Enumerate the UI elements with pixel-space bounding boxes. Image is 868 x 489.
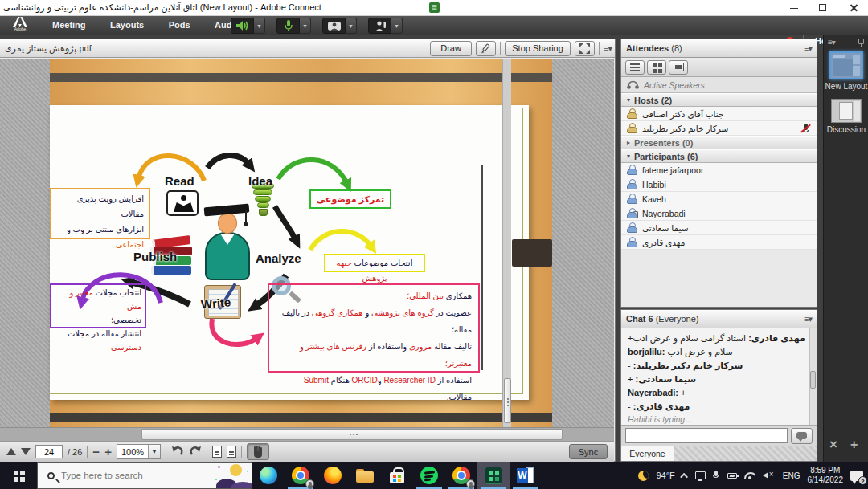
slide-canvas: Read Idea Analyze Publish Write افزایش ر… [50,105,529,400]
horizontal-scrollbar-thumb[interactable] [141,429,563,440]
hosts-section-header[interactable]: ▾ Hosts (2) [621,93,817,107]
chat-scrollbar[interactable] [809,328,817,425]
hidden-icons-chevron[interactable] [680,472,688,480]
chat-message-list[interactable]: مهدی قادری: استاد گرامی سلام و عرض ادب+ … [621,328,817,425]
stop-sharing-button[interactable]: Stop Sharing [505,41,571,56]
add-layout-icon[interactable]: + [850,438,858,452]
attendee-row-participant[interactable]: fateme jafarpoor [621,163,817,177]
next-page-button[interactable] [21,448,31,455]
attendee-row-participant[interactable]: Habibi [621,177,817,192]
minimize-button[interactable] [781,0,807,16]
list-view-button[interactable] [625,60,645,75]
layout-label-new-layout[interactable]: New Layout [824,82,868,91]
pan-tool-button[interactable] [247,443,269,460]
maximize-button[interactable] [810,0,836,16]
raise-hand-dropdown[interactable]: ▼ [391,18,403,34]
chat-input[interactable] [625,428,788,443]
card-view-button[interactable] [669,60,688,75]
previous-page-button[interactable] [6,448,16,455]
taskbar-adobe-connect[interactable] [477,462,510,489]
vertical-scrollbar-thumb[interactable] [504,378,511,423]
attendees-pod-menu-icon[interactable]: ≡▾ [804,43,812,54]
attendees-header: Attendees (8) ≡▾ [621,39,817,58]
close-layout-icon[interactable]: × [829,437,837,453]
taskbar-chrome-2[interactable] [445,462,477,489]
attendee-row-participant[interactable]: Nayerabadi [621,206,817,221]
draw-button[interactable]: Draw [430,41,472,56]
taskbar-clock[interactable]: 8:59 PM 6/14/2022 [808,466,844,485]
rotate-right-icon[interactable] [189,446,202,458]
zoom-out-button[interactable]: − [92,446,100,458]
taskbar-file-explorer[interactable] [349,462,381,489]
pin-icon[interactable] [858,39,864,44]
sync-button[interactable]: Sync [569,444,608,459]
wifi-tray-icon[interactable] [744,472,755,479]
participant-avatar [627,237,637,247]
microphone-tray-icon[interactable] [713,471,720,481]
close-button[interactable] [841,0,866,16]
notification-center-icon[interactable]: 2 [850,471,863,481]
volume-muted-icon[interactable]: × [763,471,776,480]
taskbar-firefox[interactable] [317,462,349,489]
fit-page-button[interactable] [212,446,222,458]
read-icon [166,190,199,216]
pencil-tool-button[interactable] [476,41,496,56]
attendee-row-participant[interactable]: سیما سعادتی [621,221,817,235]
menu-layouts[interactable]: Layouts [100,16,154,34]
taskbar-chrome[interactable] [285,462,317,489]
tab-everyone[interactable]: Everyone [621,446,674,461]
taskbar-search[interactable] [37,462,252,489]
taskbar-microsoft-store[interactable] [381,462,413,489]
idea-label: Idea [248,174,272,188]
webcam-dropdown[interactable]: ▼ [346,18,357,34]
speaker-dropdown[interactable]: ▼ [254,18,265,34]
presenters-section-header[interactable]: ▸ Presenters (0) [621,136,817,149]
layouts-menu-icon[interactable]: ≡▾ [828,38,835,47]
zoom-in-button[interactable]: + [104,446,112,458]
menu-meeting[interactable]: Meeting [42,16,96,34]
microphone-button[interactable] [276,18,300,34]
attendee-row-participant[interactable]: Kaveh [621,192,817,206]
weather-temperature[interactable]: 94°F [656,471,674,480]
taskbar-spotify[interactable] [413,462,445,489]
visibility-increase-box: افزایش رویت پذیری مقالات ابزارهای مبتنی … [50,188,150,239]
zoom-level-select[interactable]: 100% ▼ [117,444,161,459]
participant-avatar [627,165,637,175]
fullscreen-button[interactable] [575,41,595,56]
chat-title: Chat 6 [626,314,653,324]
speaker-button[interactable] [231,18,254,34]
chat-scrollbar-thumb[interactable] [810,371,816,389]
layout-label-discussion[interactable]: Discussion [824,125,868,134]
search-input[interactable] [61,471,215,480]
page-number-input[interactable] [35,445,63,458]
send-message-button[interactable] [791,428,813,444]
raise-hand-button[interactable] [368,18,391,34]
attendee-row-host[interactable]: جناب آقای دکتر اصنافی [621,107,817,121]
window-title: اتاق آنلاین مراسم-دانشکده علوم تربیتی و … [3,2,321,13]
attendee-name: Habibi [642,180,666,189]
taskbar-edge[interactable] [252,462,285,489]
attendee-row-host[interactable]: سرکار خانم دکتر نظربلند [621,121,817,136]
participants-section-header[interactable]: ▾ Participants (6) [621,149,817,163]
menu-pods[interactable]: Pods [158,16,201,34]
vertical-scrollbar[interactable] [502,59,511,427]
fit-width-button[interactable] [227,446,236,458]
microphone-dropdown[interactable]: ▼ [300,18,311,34]
battery-tray-icon[interactable] [727,473,737,479]
layout-thumbnail-discussion[interactable] [831,99,862,123]
display-tray-icon[interactable] [695,471,706,479]
attendee-row-participant[interactable]: مهدی قادری [621,235,817,250]
language-indicator[interactable]: ENG [783,471,800,480]
notification-badge: 2 [858,476,867,485]
weather-moon-icon[interactable] [638,471,649,481]
grid-view-button[interactable] [647,60,666,75]
chat-pod-menu-icon[interactable]: ≡▾ [804,314,812,324]
taskbar-word[interactable]: W [510,462,542,489]
layout-thumbnail-new-layout[interactable] [829,51,863,79]
horizontal-scrollbar[interactable] [0,427,614,441]
webcam-button[interactable] [322,18,346,34]
rotate-left-icon[interactable] [171,446,184,458]
start-button[interactable] [0,462,37,489]
share-pod-menu-icon[interactable]: ≡▾ [604,43,612,54]
zoom-dropdown-icon[interactable]: ▼ [148,445,160,458]
